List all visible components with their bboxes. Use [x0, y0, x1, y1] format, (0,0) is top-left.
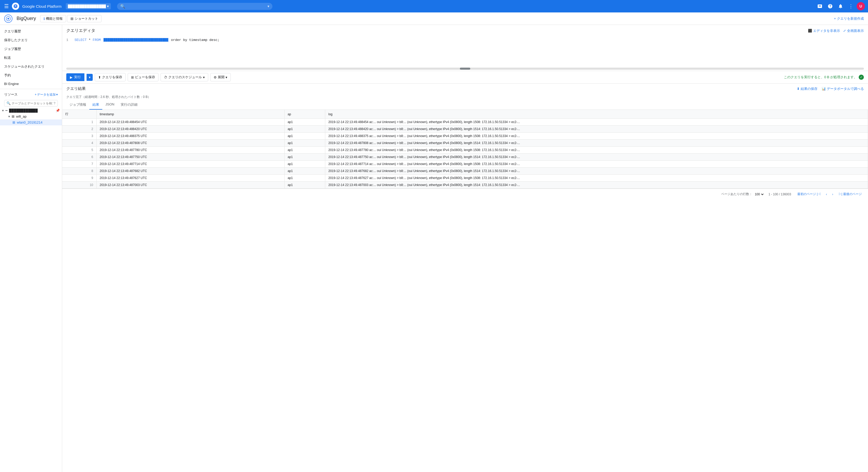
global-search-bar[interactable]: 🔍 ▾: [117, 3, 272, 10]
save-results-button[interactable]: ⬇ 結果の保存: [797, 87, 817, 91]
cell-ap: ap1: [284, 154, 325, 160]
features-button[interactable]: ℹ 機能と情報: [40, 15, 66, 22]
cell-timestamp: 2019-12-14 22:13:49.487627 UTC: [96, 175, 284, 182]
rows-per-page-select[interactable]: 100 50 25: [754, 192, 765, 196]
data-portal-button[interactable]: 📊 データポータルで調べる: [822, 87, 864, 91]
sidebar-item-job-history[interactable]: ジョブ履歴: [0, 45, 62, 53]
sidebar-item-saved-queries[interactable]: 保存したクエリ: [0, 36, 62, 45]
sidebar-item-transfer[interactable]: 転送: [0, 53, 62, 62]
dataset-tree-item[interactable]: ▾ ⊞ wifi_ap: [0, 114, 62, 119]
last-page-button[interactable]: ▷| 最後のページ: [836, 191, 864, 198]
save-view-button[interactable]: ⊞ ビューを保存: [128, 73, 158, 81]
svg-point-1: [7, 18, 9, 20]
table-container: 行 timestamp ap log 1 2019-12-14 22:13:49…: [62, 110, 868, 188]
cell-ap: ap1: [284, 168, 325, 175]
cell-timestamp: 2019-12-14 22:13:49.488454 UTC: [96, 119, 284, 126]
cell-ap: ap1: [284, 160, 325, 168]
results-header: クエリ結果 ⬇ 結果の保存 📊 データポータルで調べる: [62, 84, 868, 94]
next-page-button[interactable]: ›: [830, 191, 835, 198]
features-label: 機能と情報: [46, 16, 63, 21]
search-dropdown-icon[interactable]: ▾: [268, 4, 269, 8]
table-search-box[interactable]: 🔍 ?: [4, 100, 58, 107]
cell-row-num: 8: [62, 168, 96, 175]
view-icon: ⊞: [131, 76, 134, 79]
query-toolbar: ▶ 実行 ▾ ⬆ クエリを保存 ⊞ ビューを保存 ⏱ クエリのスケジュール ▾: [62, 71, 868, 83]
table-name: wlan0_20191214: [17, 120, 42, 124]
query-editor-title: クエリエディタ: [66, 28, 95, 33]
cell-ap: ap1: [284, 126, 325, 132]
cell-log: 2019-12-14 22:13:49.487780 ac:... oui Un…: [325, 147, 868, 154]
expand-dropdown-icon: ▾: [225, 76, 227, 79]
table-row: 2 2019-12-14 22:13:49.488420 UTC ap1 201…: [62, 126, 868, 132]
add-data-dropdown-icon: ▾: [56, 93, 58, 96]
col-header-timestamp: timestamp: [96, 110, 284, 119]
new-query-button[interactable]: + クエリを新規作成: [834, 16, 864, 21]
run-button[interactable]: ▶ 実行: [66, 73, 85, 81]
dataset-name: wifi_ap: [16, 115, 26, 118]
fullscreen-label: 全画面表示: [847, 29, 864, 33]
editor-actions: ⬛ エディタを非表示 ⤢ 全画面表示: [808, 29, 864, 33]
help-button[interactable]: [826, 2, 835, 11]
more-options-button[interactable]: ⋮: [846, 2, 856, 11]
plus-icon: +: [834, 17, 836, 21]
table-row: 1 2019-12-14 22:13:49.488454 UTC ap1 201…: [62, 119, 868, 126]
cell-ap: ap1: [284, 140, 325, 147]
run-dropdown-button[interactable]: ▾: [87, 74, 93, 81]
top-navigation: ☰ Google Cloud Platform ████████████████…: [0, 0, 868, 12]
editor-scrollbar[interactable]: [66, 68, 864, 70]
project-selector[interactable]: ████████████████ ▾: [66, 3, 111, 9]
cell-row-num: 4: [62, 140, 96, 147]
resources-section-header: リソース + データを追加 ▾: [0, 90, 62, 99]
fullscreen-button[interactable]: ⤢ 全画面表示: [843, 29, 864, 33]
col-header-log: log: [325, 110, 868, 119]
gcp-logo: [12, 3, 19, 10]
cell-timestamp: 2019-12-14 22:13:49.487714 UTC: [96, 160, 284, 168]
cell-row-num: 2: [62, 126, 96, 132]
tab-json[interactable]: JSON: [102, 100, 118, 110]
sidebar-item-scheduled-queries[interactable]: スケジュールされたクエリ: [0, 62, 62, 71]
query-editor-section: クエリエディタ ⬛ エディタを非表示 ⤢ 全画面表示 1 SELECT * FR…: [62, 25, 868, 84]
save-query-button[interactable]: ⬆ クエリを保存: [95, 73, 126, 81]
hamburger-menu-button[interactable]: ☰: [3, 2, 10, 10]
project-name: ████████████: [9, 109, 38, 112]
results-area: クエリ結果 ⬇ 結果の保存 📊 データポータルで調べる クエリ完了（経過時間：2…: [62, 84, 868, 472]
project-tree-item[interactable]: ▾ ━ ████████████ 📌: [0, 108, 62, 114]
table-search-input[interactable]: [12, 101, 53, 105]
sidebar-item-query-history[interactable]: クエリ履歴: [0, 27, 62, 36]
hide-editor-button[interactable]: ⬛ エディタを非表示: [808, 29, 840, 33]
check-icon: ✓: [859, 75, 864, 80]
tab-results[interactable]: 結果: [89, 100, 102, 110]
bigquery-logo: [4, 14, 12, 23]
tab-job-info[interactable]: ジョブ情報: [66, 100, 89, 110]
cell-log: 2019-12-14 22:13:49.488454 ac:... oui Un…: [325, 119, 868, 126]
shortcuts-label: ショートカット: [74, 16, 98, 21]
add-data-button[interactable]: + データを追加 ▾: [35, 92, 58, 97]
sidebar-item-reservation[interactable]: 予約: [0, 71, 62, 80]
cloud-shell-button[interactable]: [815, 2, 825, 11]
prev-page-button[interactable]: ‹: [824, 191, 829, 198]
schedule-query-button[interactable]: ⏱ クエリのスケジュール ▾: [160, 73, 208, 81]
table-tree-item[interactable]: ⊞ wlan0_20191214: [0, 119, 62, 125]
query-editor-area[interactable]: 1 SELECT * FROM ████████████████████████…: [62, 35, 868, 66]
first-page-button[interactable]: 最初のページ |◁: [795, 191, 823, 198]
processing-info: このクエリを実行すると、0 B が処理されます。 ✓: [784, 75, 864, 80]
add-data-label: データを追加: [37, 92, 56, 97]
cell-row-num: 9: [62, 175, 96, 182]
cell-timestamp: 2019-12-14 22:13:49.487750 UTC: [96, 154, 284, 160]
cell-timestamp: 2019-12-14 22:13:49.488420 UTC: [96, 126, 284, 132]
cell-log: 2019-12-14 22:13:49.488420 ac:... oui Un…: [325, 126, 868, 132]
user-avatar[interactable]: U: [857, 2, 865, 10]
sidebar-item-bi-engine[interactable]: BI Engine: [0, 80, 62, 88]
search-icon: 🔍: [6, 101, 11, 105]
processing-text: このクエリを実行すると、0 B が処理されます。: [784, 75, 857, 80]
table-row: 10 2019-12-14 22:13:49.487003 UTC ap1 20…: [62, 182, 868, 188]
expand-button[interactable]: ⚙ 展開 ▾: [210, 73, 231, 81]
tab-exec-details[interactable]: 実行の詳細: [118, 100, 141, 110]
expand-label: 展開: [218, 75, 224, 80]
cell-log: 2019-12-14 22:13:49.487808 ac:... oui Un…: [325, 140, 868, 147]
shortcuts-button[interactable]: ⊞ ショートカット: [67, 15, 101, 22]
notifications-button[interactable]: [836, 2, 845, 11]
grid-icon: ⊞: [70, 17, 73, 21]
cell-ap: ap1: [284, 147, 325, 154]
search-input[interactable]: [125, 4, 268, 8]
